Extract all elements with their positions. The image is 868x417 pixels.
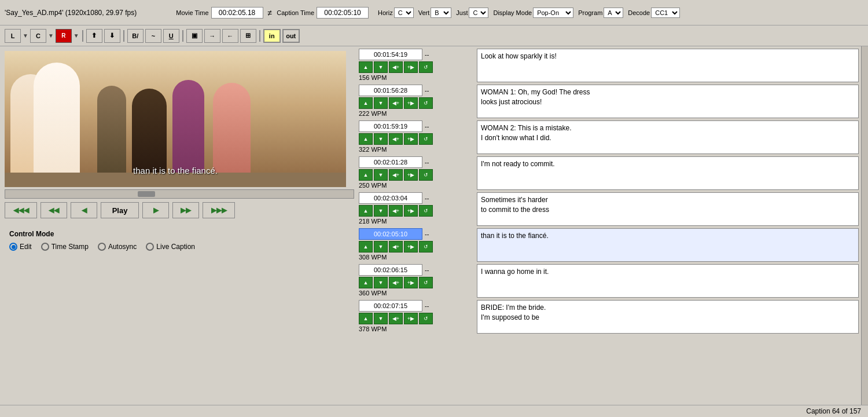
decode-select[interactable]: CC1CC2CC3CC4	[651, 8, 680, 18]
radio-edit[interactable]: Edit	[9, 243, 32, 251]
timeline-bar[interactable]	[5, 189, 354, 199]
nav-btn-down-3[interactable]: ▼	[374, 169, 388, 181]
nav-btn-in-0[interactable]: ◀+	[389, 61, 403, 73]
caption-dash-7: --	[425, 302, 429, 309]
caption-textarea-3[interactable]	[477, 156, 859, 190]
italic-button[interactable]: ~	[145, 29, 161, 43]
radio-autosync[interactable]: Autosync	[98, 243, 137, 251]
arrow-left-button[interactable]: ←	[222, 29, 238, 43]
nav-btn-out-5[interactable]: +▶	[404, 241, 418, 253]
caption-wpm-5: 308 WPM	[359, 254, 473, 261]
caption-time-input[interactable]	[317, 7, 369, 19]
rewind-fast-button[interactable]: ◀◀◀	[5, 202, 37, 218]
display-mode-group: Display Mode Pop-OnRoll-UpPaint-On	[493, 8, 573, 18]
program-select[interactable]: AB	[604, 8, 623, 18]
rewind-button[interactable]: ◀◀	[41, 202, 67, 218]
nav-btn-up-0[interactable]: ▲	[359, 61, 373, 73]
valign-top-button[interactable]: ⬆	[86, 29, 102, 43]
just-select[interactable]: CLR	[469, 8, 488, 18]
caption-list: --▲▼◀++▶↺156 WPM--▲▼◀++▶↺222 WPM--▲▼◀++▶…	[359, 46, 861, 417]
caption-dash-6: --	[425, 266, 429, 273]
nav-btn-out-0[interactable]: +▶	[404, 61, 418, 73]
nav-btn-in-6[interactable]: ◀+	[389, 277, 403, 288]
nav-btn-sync-1[interactable]: ↺	[419, 97, 433, 109]
nav-btn-in-7[interactable]: ◀+	[389, 313, 403, 324]
nav-btn-sync-5[interactable]: ↺	[419, 241, 433, 253]
align-left-button[interactable]: L	[5, 29, 21, 43]
caption-time-input-1[interactable]	[359, 85, 422, 96]
radio-timestamp[interactable]: Time Stamp	[41, 243, 89, 251]
nav-btn-down-4[interactable]: ▼	[374, 205, 388, 217]
timeline-thumb[interactable]	[138, 191, 155, 197]
forward-fast-button[interactable]: ▶▶▶	[203, 202, 235, 218]
nav-btn-out-7[interactable]: +▶	[404, 313, 418, 324]
nav-btn-up-2[interactable]: ▲	[359, 133, 373, 145]
nav-btn-down-5[interactable]: ▼	[374, 241, 388, 253]
nav-btn-in-2[interactable]: ◀+	[389, 133, 403, 145]
nav-btn-down-7[interactable]: ▼	[374, 313, 388, 324]
forward-button[interactable]: ▶▶	[172, 202, 199, 218]
nav-btn-out-4[interactable]: +▶	[404, 205, 418, 217]
nav-btn-up-3[interactable]: ▲	[359, 169, 373, 181]
underline-button[interactable]: U	[163, 29, 179, 43]
grid-button[interactable]: ⊞	[240, 29, 256, 43]
nav-btn-out-2[interactable]: +▶	[404, 133, 418, 145]
out-button[interactable]: out	[282, 29, 300, 43]
figure-5	[172, 80, 204, 173]
nav-btn-down-0[interactable]: ▼	[374, 61, 388, 73]
nav-btn-down-2[interactable]: ▼	[374, 133, 388, 145]
nav-btn-out-3[interactable]: +▶	[404, 169, 418, 181]
movie-time-input[interactable]	[211, 7, 263, 19]
arrow-right-button[interactable]: →	[204, 29, 220, 43]
caption-time-input-0[interactable]	[359, 49, 422, 60]
nav-btn-sync-4[interactable]: ↺	[419, 205, 433, 217]
caption-textarea-0[interactable]	[477, 49, 859, 82]
nav-btn-down-6[interactable]: ▼	[374, 277, 388, 288]
right-scrollbar[interactable]	[861, 46, 868, 417]
nav-btn-down-1[interactable]: ▼	[374, 97, 388, 109]
step-back-button[interactable]: ◀	[71, 202, 97, 218]
caption-time-input-3[interactable]	[359, 156, 422, 168]
nav-btn-up-5[interactable]: ▲	[359, 241, 373, 253]
nav-btn-in-5[interactable]: ◀+	[389, 241, 403, 253]
display-mode-select[interactable]: Pop-OnRoll-UpPaint-On	[533, 8, 573, 18]
vert-select[interactable]: BTM	[431, 8, 451, 18]
caption-time-input-4[interactable]	[359, 192, 422, 204]
nav-btn-up-4[interactable]: ▲	[359, 205, 373, 217]
nav-btn-sync-7[interactable]: ↺	[419, 313, 433, 324]
in-button[interactable]: in	[263, 29, 281, 43]
caption-textarea-7[interactable]	[477, 300, 859, 334]
nav-btn-out-6[interactable]: +▶	[404, 277, 418, 288]
nav-btn-in-3[interactable]: ◀+	[389, 169, 403, 181]
nav-btn-in-1[interactable]: ◀+	[389, 97, 403, 109]
caption-textarea-4[interactable]	[477, 192, 859, 226]
play-button[interactable]: Play	[101, 202, 139, 218]
caption-textarea-5[interactable]	[477, 228, 859, 262]
nav-btn-up-1[interactable]: ▲	[359, 97, 373, 109]
divider3	[182, 30, 183, 42]
align-right-button[interactable]: R	[56, 29, 72, 43]
nav-btn-sync-6[interactable]: ↺	[419, 277, 433, 288]
horiz-select[interactable]: CLR	[394, 8, 414, 18]
caption-textarea-6[interactable]	[477, 264, 859, 298]
caption-time-input-7[interactable]	[359, 300, 422, 312]
nav-btn-up-6[interactable]: ▲	[359, 277, 373, 288]
radio-livecaption[interactable]: Live Caption	[146, 243, 195, 251]
caption-time-input-5[interactable]	[359, 228, 422, 240]
nav-btn-sync-0[interactable]: ↺	[419, 61, 433, 73]
nav-btn-sync-2[interactable]: ↺	[419, 133, 433, 145]
nav-btn-out-1[interactable]: +▶	[404, 97, 418, 109]
nav-btn-up-7[interactable]: ▲	[359, 313, 373, 324]
valign-bottom-button[interactable]: ⬇	[104, 29, 120, 43]
caption-textarea-2[interactable]	[477, 120, 859, 154]
caption-controls-6: --▲▼◀++▶↺360 WPM	[359, 264, 473, 298]
step-forward-button[interactable]: ▶	[142, 202, 169, 218]
caption-textarea-1[interactable]	[477, 85, 859, 118]
nav-btn-in-4[interactable]: ◀+	[389, 205, 403, 217]
align-center-button[interactable]: C	[30, 29, 46, 43]
caption-time-input-6[interactable]	[359, 264, 422, 276]
caption-time-input-2[interactable]	[359, 120, 422, 132]
bold-button[interactable]: B/	[127, 29, 144, 43]
nav-btn-sync-3[interactable]: ↺	[419, 169, 433, 181]
box-button[interactable]: ▣	[186, 29, 203, 43]
